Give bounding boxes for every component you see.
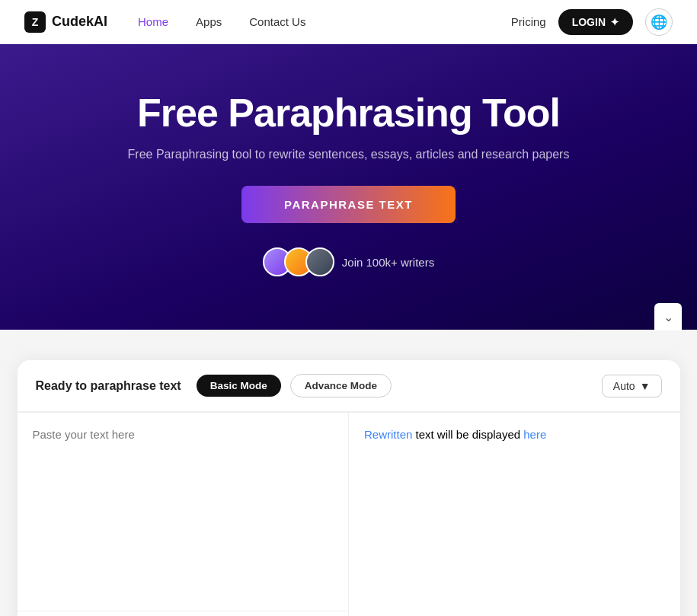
input-panel-bottom: 0/1000 1 Credit Cost Rewrite ⬆ UPLOAD FI… bbox=[18, 611, 349, 616]
login-button[interactable]: LOGIN ✦ bbox=[558, 9, 633, 35]
logo[interactable]: Z CudekAI bbox=[24, 11, 107, 33]
hero-subtitle: Free Paraphrasing tool to rewrite senten… bbox=[15, 148, 682, 161]
nav-links: Home Apps Contact Us bbox=[138, 15, 511, 28]
nav-pricing[interactable]: Pricing bbox=[511, 15, 546, 28]
advance-mode-button[interactable]: Advance Mode bbox=[290, 374, 392, 397]
lightning-icon: ✦ bbox=[610, 16, 619, 28]
nav-right: Pricing LOGIN ✦ 🌐 bbox=[511, 8, 673, 36]
basic-mode-button[interactable]: Basic Mode bbox=[197, 375, 281, 397]
chevron-down-icon[interactable]: ⌄ bbox=[654, 303, 682, 330]
editor-panels: 0/1000 1 Credit Cost Rewrite ⬆ UPLOAD FI… bbox=[18, 412, 680, 616]
tool-header: Ready to paraphrase text Basic Mode Adva… bbox=[18, 360, 680, 412]
navbar: Z CudekAI Home Apps Contact Us Pricing L… bbox=[0, 0, 697, 44]
text-input[interactable] bbox=[18, 413, 349, 611]
tool-section: Ready to paraphrase text Basic Mode Adva… bbox=[18, 360, 680, 616]
nav-home[interactable]: Home bbox=[138, 15, 168, 28]
globe-icon: 🌐 bbox=[651, 14, 667, 30]
avatars bbox=[263, 247, 334, 276]
auto-mode-dropdown[interactable]: Auto ▼ bbox=[602, 375, 662, 397]
nav-apps[interactable]: Apps bbox=[196, 15, 222, 28]
language-button[interactable]: 🌐 bbox=[645, 8, 673, 36]
writers-text: Join 100k+ writers bbox=[342, 256, 434, 269]
input-panel: 0/1000 1 Credit Cost Rewrite ⬆ UPLOAD FI… bbox=[18, 413, 350, 616]
paraphrase-cta-button[interactable]: PARAPHRASE TEXT bbox=[241, 186, 456, 223]
avatar bbox=[305, 247, 334, 276]
output-placeholder: Rewritten text will be displayed here bbox=[349, 413, 680, 611]
tool-title: Ready to paraphrase text bbox=[36, 379, 181, 393]
logo-icon: Z bbox=[24, 11, 46, 33]
hero-title: Free Paraphrasing Tool bbox=[15, 90, 682, 136]
output-panel: Rewritten text will be displayed here bbox=[349, 413, 680, 616]
hero-section: Free Paraphrasing Tool Free Paraphrasing… bbox=[0, 44, 697, 330]
chevron-down-icon: ▼ bbox=[640, 380, 651, 392]
nav-contact[interactable]: Contact Us bbox=[249, 15, 305, 28]
writers-row: Join 100k+ writers bbox=[15, 247, 682, 276]
logo-text: CudekAI bbox=[52, 14, 107, 30]
